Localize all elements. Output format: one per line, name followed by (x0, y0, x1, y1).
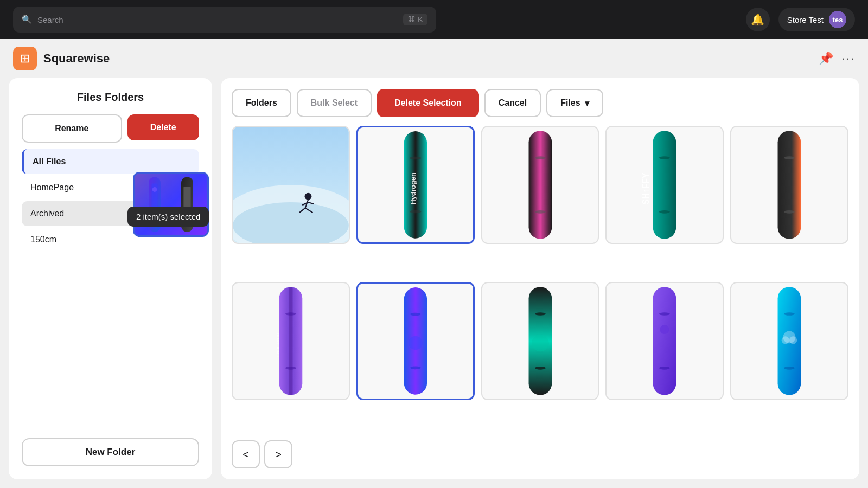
svg-rect-30 (289, 287, 292, 395)
main-layout: Files Folders Rename Delete All Files Ho… (0, 78, 868, 488)
svg-text:ENDEAVOR: ENDEAVOR (276, 333, 280, 357)
svg-point-35 (410, 313, 421, 316)
svg-point-24 (659, 156, 670, 159)
delete-selection-button[interactable]: Delete Selection (377, 89, 479, 117)
notification-bell[interactable]: 🔔 (746, 8, 770, 31)
tooltip-preview (133, 172, 209, 237)
svg-point-27 (784, 156, 795, 159)
svg-point-45 (659, 367, 670, 370)
files-dropdown-icon: ▾ (585, 98, 589, 108)
svg-rect-26 (778, 131, 801, 239)
image-cell-2[interactable] (481, 126, 599, 244)
svg-point-43 (660, 325, 669, 334)
prev-page-button[interactable]: < (232, 440, 260, 468)
avatar: tes (829, 11, 846, 28)
svg-point-39 (532, 335, 548, 351)
landscape-svg (233, 127, 349, 243)
svg-point-49 (789, 336, 797, 344)
folder-item-archived[interactable]: Archived 2 item(s) selected (22, 201, 199, 226)
svg-point-51 (784, 367, 795, 370)
more-options-icon[interactable]: ··· (842, 52, 855, 66)
svg-point-48 (782, 336, 789, 344)
svg-rect-42 (653, 287, 676, 395)
tooltip-text: 2 item(s) selected (136, 212, 200, 221)
svg-point-37 (409, 336, 422, 350)
snowboard-purple-solid-svg (607, 283, 723, 399)
image-cell-5[interactable]: ENDEAVOR (232, 282, 350, 400)
toolbar: Folders Bulk Select Delete Selection Can… (232, 89, 848, 117)
new-folder-button[interactable]: New Folder (22, 438, 199, 466)
image-grid: Hydrogen (232, 126, 848, 432)
image-cell-6[interactable] (356, 282, 475, 400)
rename-button[interactable]: Rename (22, 114, 122, 143)
svg-text:Hydrogen: Hydrogen (410, 172, 417, 204)
search-icon: 🔍 (22, 15, 32, 24)
search-shortcut: ⌘ K (403, 14, 427, 25)
archived-label: Archived (30, 209, 64, 218)
snowboard-black-orange-svg (731, 127, 847, 243)
snowboard-cyan-cloud-svg (731, 283, 847, 399)
pagination: < > (232, 440, 848, 468)
sidebar-actions: Rename Delete (22, 114, 199, 143)
image-cell-0[interactable] (232, 126, 350, 244)
avatar-initials: tes (833, 16, 843, 24)
svg-point-21 (535, 210, 546, 214)
delete-button[interactable]: Delete (127, 114, 200, 140)
snowboard-black-teal-svg (482, 283, 598, 399)
cancel-button[interactable]: Cancel (484, 89, 541, 117)
image-cell-4[interactable] (730, 126, 848, 244)
topbar: 🔍 Search ⌘ K 🔔 Store Test tes (0, 0, 868, 39)
sidebar-title: Files Folders (22, 91, 199, 104)
folder-list: All Files HomePage Archived 2 item(s) se… (22, 149, 199, 432)
svg-point-20 (535, 156, 546, 159)
snowboard-teal-text-svg: SH↑FFY (607, 127, 723, 243)
topbar-right: 🔔 Store Test tes (746, 8, 855, 31)
app-logo-icon: ⊞ (13, 47, 37, 70)
svg-point-28 (784, 210, 795, 214)
files-label: Files (560, 98, 580, 108)
search-placeholder: Search (37, 15, 63, 24)
app-header-right: 📌 ··· (819, 52, 855, 66)
svg-point-18 (410, 210, 421, 213)
snowboard-teal-black-svg: Hydrogen (358, 127, 473, 242)
image-cell-9[interactable] (730, 282, 848, 400)
svg-point-32 (285, 312, 296, 316)
folder-item-all-files[interactable]: All Files (22, 149, 199, 174)
bulk-select-button[interactable]: Bulk Select (297, 89, 372, 117)
app-title: Squarewise (43, 52, 110, 66)
selection-tooltip: 2 item(s) selected (127, 207, 209, 227)
folders-button[interactable]: Folders (232, 89, 291, 117)
snowboard-purple-stripe-svg: ENDEAVOR (233, 283, 349, 399)
image-cell-1[interactable]: Hydrogen (356, 126, 475, 244)
app-header: ⊞ Squarewise 📌 ··· (0, 39, 868, 78)
svg-point-33 (285, 367, 296, 370)
svg-text:SH↑FFY: SH↑FFY (642, 172, 651, 205)
search-box[interactable]: 🔍 Search ⌘ K (13, 7, 436, 33)
svg-point-2 (152, 187, 157, 192)
image-cell-8[interactable] (605, 282, 724, 400)
snowboard-blue-purple-svg (358, 284, 473, 399)
files-button[interactable]: Files ▾ (546, 89, 603, 117)
svg-point-40 (535, 312, 546, 316)
image-cell-7[interactable] (481, 282, 599, 400)
pin-icon[interactable]: 📌 (819, 52, 833, 66)
content-area: Folders Bulk Select Delete Selection Can… (221, 78, 859, 479)
next-page-button[interactable]: > (264, 440, 292, 468)
logo-symbol: ⊞ (20, 52, 30, 66)
svg-point-25 (659, 210, 670, 214)
sidebar: Files Folders Rename Delete All Files Ho… (9, 78, 212, 479)
app-logo: ⊞ Squarewise (13, 47, 110, 70)
svg-point-41 (535, 367, 546, 370)
svg-rect-22 (653, 131, 676, 239)
image-cell-3[interactable]: SH↑FFY (605, 126, 724, 244)
store-name: Store Test (787, 15, 824, 24)
svg-point-9 (305, 193, 312, 200)
store-button[interactable]: Store Test tes (778, 8, 855, 31)
svg-point-44 (659, 312, 670, 316)
svg-rect-19 (528, 131, 552, 239)
snowboard-pink-black-svg (482, 127, 598, 243)
svg-point-50 (784, 312, 795, 316)
svg-point-17 (410, 157, 421, 160)
svg-point-36 (410, 366, 421, 369)
